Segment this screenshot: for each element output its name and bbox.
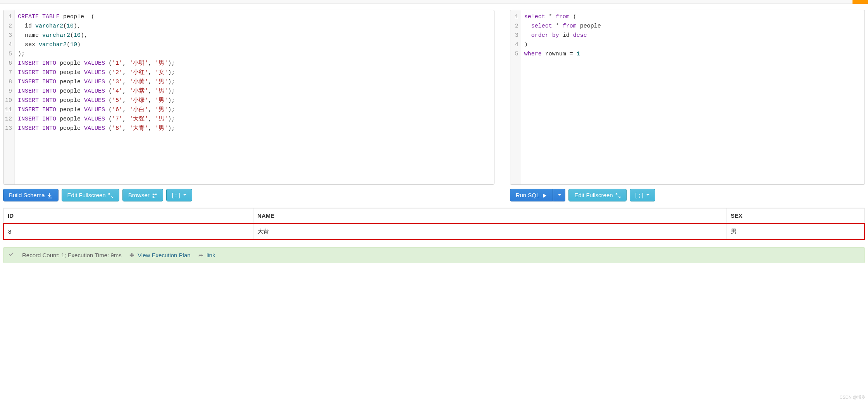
- browser-button[interactable]: Browser: [122, 189, 163, 201]
- table-cell: 8: [4, 224, 253, 240]
- browser-label: Browser: [128, 192, 150, 198]
- build-schema-label: Build Schema: [9, 192, 45, 198]
- status-bar: Record Count: 1; Execution Time: 9ms ✚ V…: [3, 247, 865, 263]
- chevron-down-icon: [183, 192, 186, 198]
- run-sql-button[interactable]: Run SQL: [510, 189, 553, 201]
- results-container: IDNAMESEX 8大青男: [3, 208, 865, 240]
- run-sql-split: Run SQL: [510, 189, 566, 201]
- table-cell: 大青: [253, 224, 727, 240]
- query-code[interactable]: select * from ( select * from people ord…: [521, 10, 865, 184]
- format-label: [ ; ]: [172, 192, 180, 198]
- schema-pane: 12345678910111213 CREATE TABLE people ( …: [3, 10, 494, 201]
- edit-fullscreen-button-right[interactable]: Edit Fullscreen: [568, 189, 626, 201]
- edit-fullscreen-label-r: Edit Fullscreen: [574, 192, 613, 198]
- permalink-link[interactable]: link: [207, 252, 215, 258]
- plus-icon: ✚: [129, 252, 134, 259]
- format-button-right[interactable]: [ ; ]: [630, 189, 656, 201]
- view-execution-plan-link[interactable]: View Execution Plan: [138, 252, 190, 258]
- result-col-id: ID: [4, 208, 253, 224]
- check-icon: [8, 251, 14, 259]
- play-icon: [542, 192, 547, 198]
- query-editor[interactable]: 12345 select * from ( select * from peop…: [510, 10, 865, 185]
- table-cell: 男: [727, 224, 864, 240]
- run-sql-label: Run SQL: [516, 192, 540, 198]
- share-icon: ➦: [198, 252, 203, 259]
- schema-gutter: 12345678910111213: [3, 10, 15, 184]
- chevron-down-icon: [646, 192, 649, 198]
- chevron-down-icon: [557, 192, 561, 198]
- schema-code[interactable]: CREATE TABLE people ( id varchar2(10), n…: [15, 10, 494, 184]
- query-pane: 12345 select * from ( select * from peop…: [510, 10, 865, 201]
- fullscreen-icon: [615, 192, 621, 198]
- build-schema-button[interactable]: Build Schema: [3, 189, 59, 201]
- main-container: 12345678910111213 CREATE TABLE people ( …: [0, 4, 868, 205]
- result-body: 8大青男: [4, 224, 865, 240]
- status-text: Record Count: 1; Execution Time: 9ms: [22, 252, 122, 258]
- format-label-r: [ ; ]: [636, 192, 644, 198]
- query-gutter: 12345: [510, 10, 521, 184]
- tree-icon: [152, 192, 157, 198]
- schema-toolbar: Build Schema Edit Fullscreen Browser [ ;…: [3, 189, 494, 201]
- result-table: IDNAMESEX 8大青男: [3, 208, 865, 240]
- fullscreen-icon: [108, 192, 114, 198]
- table-row: 8大青男: [4, 224, 865, 240]
- link-group: ➦ link: [198, 252, 215, 259]
- run-sql-dropdown[interactable]: [553, 189, 565, 201]
- result-col-name: NAME: [253, 208, 727, 224]
- view-plan-group: ✚ View Execution Plan: [129, 252, 191, 259]
- schema-editor[interactable]: 12345678910111213 CREATE TABLE people ( …: [3, 10, 494, 185]
- result-header-row: IDNAMESEX: [4, 208, 865, 224]
- format-button-left[interactable]: [ ; ]: [166, 189, 192, 201]
- result-col-sex: SEX: [727, 208, 864, 224]
- query-toolbar: Run SQL Edit Fullscreen [ ; ]: [510, 189, 865, 201]
- top-nav-bar: [0, 0, 868, 4]
- edit-fullscreen-label: Edit Fullscreen: [67, 192, 106, 198]
- edit-fullscreen-button-left[interactable]: Edit Fullscreen: [62, 189, 119, 201]
- download-icon: [47, 192, 53, 198]
